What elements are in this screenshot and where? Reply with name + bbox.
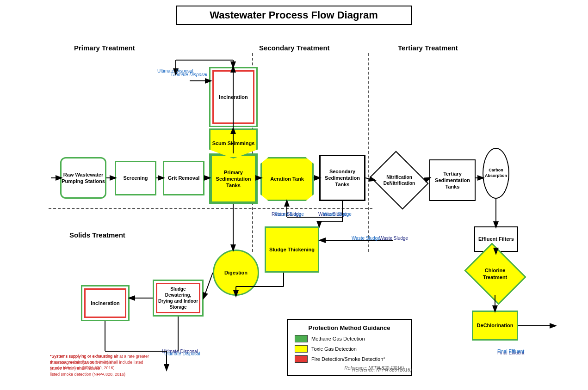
waste-sludge-2-label: Waste Sludge [379, 236, 408, 241]
dechlorination-box: DeChlorination [472, 311, 518, 341]
legend-item-methane: Methane Gas Detection [295, 335, 404, 342]
legend-item-toxic: Toxic Gas Detection [295, 345, 404, 353]
tertiary-treatment-header: Tertiary Treatment [398, 44, 458, 52]
solids-treatment-header: Solids Treatment [69, 231, 125, 239]
reference-text: Reference: NFPA 820 (2016) [287, 367, 412, 372]
primary-sed-box: Primary Sedimentation Tanks [209, 153, 258, 204]
footnote-text: *Systems supplying or exhausting airat a… [50, 353, 152, 378]
page-title: Wastewater Process Flow Diagram [210, 9, 378, 21]
waste-sludge-2-arrow-label: Waste Sludge [352, 236, 380, 241]
ultimate-disposal-top-arrow-label: Ultimate Disposal [157, 68, 193, 73]
divider-horizontal [49, 208, 372, 209]
legend-title: Protection Method Guidance [295, 324, 404, 331]
nitrification-wrap: Nitrification DeNitrification [374, 159, 425, 201]
legend-color-toxic [295, 345, 308, 353]
tertiary-sed-box: Tertiary Sedimentation Tanks [429, 159, 476, 201]
legend-label-fire: Fire Detection/Smoke Detection* [311, 356, 385, 362]
aeration-tank-box: Aeration Tank [260, 157, 314, 201]
incineration-top-outer: Incineration [209, 67, 258, 127]
ultimate-disposal-bottom-arrow-label: Ultimate Disposal [164, 351, 200, 356]
legend-label-methane: Methane Gas Detection [311, 336, 365, 341]
divider-secondary-tertiary [368, 53, 369, 252]
chlorine-treatment-wrap: Chlorine Treatment [467, 252, 523, 296]
legend-item-fire: Fire Detection/Smoke Detection* [295, 355, 404, 363]
screening-box: Screening [115, 161, 156, 195]
sludge-dewatering-outer: Sludge Dewatering, Drying and Indoor Sto… [153, 280, 204, 317]
primary-treatment-header: Primary Treatment [74, 44, 135, 52]
incineration-bottom-outer: Incineration [81, 285, 130, 321]
raw-pumping-box: Raw Wastewater Pumping Stations [60, 157, 106, 199]
return-sludge-arrow-label: Return Sludge [274, 212, 304, 217]
legend-label-toxic: Toxic Gas Detection [311, 346, 357, 352]
final-effluent-arrow-label: Final Effluent [497, 349, 524, 354]
title-box: Wastewater Process Flow Diagram [176, 6, 412, 25]
svg-line-32 [204, 273, 213, 298]
digestion-box: Digestion [213, 250, 259, 296]
secondary-sed-box: Secondary Sedimentation Tanks [319, 155, 365, 201]
grit-removal-box: Grit Removal [163, 161, 204, 195]
sludge-thickening-box: Sludge Thickening [265, 226, 319, 273]
legend-color-methane [295, 335, 308, 342]
secondary-treatment-header: Secondary Treatment [259, 44, 330, 52]
carbon-absorption-wrap: Carbon Absorption [483, 148, 509, 199]
waste-sludge-1-arrow-label: Waste Sludge [323, 212, 352, 217]
legend-color-fire [295, 355, 308, 363]
